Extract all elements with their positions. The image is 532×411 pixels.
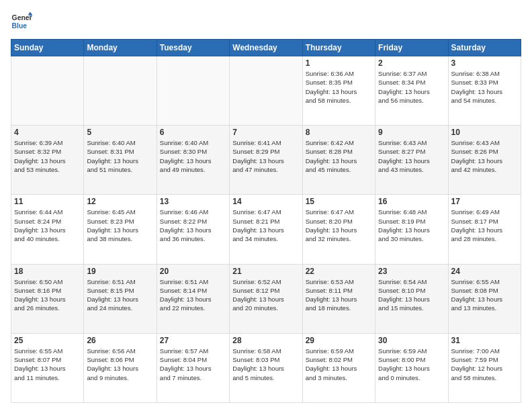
column-header-sunday: Sunday (11, 40, 84, 56)
day-number: 1 (306, 58, 372, 68)
day-info: Sunrise: 6:51 AM Sunset: 8:15 PM Dayligh… (87, 277, 153, 313)
day-info: Sunrise: 6:46 AM Sunset: 8:22 PM Dayligh… (160, 208, 226, 243)
day-info: Sunrise: 6:53 AM Sunset: 8:11 PM Dayligh… (306, 277, 372, 313)
calendar-cell: 17Sunrise: 6:49 AM Sunset: 8:17 PM Dayli… (448, 195, 521, 264)
calendar-cell: 16Sunrise: 6:48 AM Sunset: 8:19 PM Dayli… (375, 195, 448, 264)
calendar-cell: 5Sunrise: 6:40 AM Sunset: 8:31 PM Daylig… (84, 126, 157, 195)
calendar-cell (11, 56, 84, 126)
calendar-cell: 4Sunrise: 6:39 AM Sunset: 8:32 PM Daylig… (11, 126, 84, 195)
column-header-friday: Friday (375, 40, 448, 56)
calendar-cell: 2Sunrise: 6:37 AM Sunset: 8:34 PM Daylig… (375, 56, 448, 126)
header: General Blue (11, 11, 521, 32)
calendar-cell: 3Sunrise: 6:38 AM Sunset: 8:33 PM Daylig… (448, 56, 521, 126)
day-info: Sunrise: 6:43 AM Sunset: 8:27 PM Dayligh… (378, 138, 445, 174)
day-info: Sunrise: 7:00 AM Sunset: 7:59 PM Dayligh… (451, 347, 518, 382)
day-number: 29 (306, 336, 372, 345)
day-number: 19 (87, 267, 153, 276)
day-number: 8 (306, 128, 372, 137)
day-number: 11 (14, 197, 81, 206)
day-number: 25 (14, 336, 81, 345)
day-number: 9 (378, 128, 445, 137)
day-info: Sunrise: 6:47 AM Sunset: 8:20 PM Dayligh… (306, 208, 372, 243)
calendar-cell: 1Sunrise: 6:36 AM Sunset: 8:35 PM Daylig… (302, 56, 375, 126)
calendar-cell: 28Sunrise: 6:58 AM Sunset: 8:03 PM Dayli… (230, 333, 302, 402)
column-header-tuesday: Tuesday (157, 40, 229, 56)
day-info: Sunrise: 6:42 AM Sunset: 8:28 PM Dayligh… (306, 138, 372, 174)
column-header-wednesday: Wednesday (230, 40, 302, 56)
day-number: 14 (232, 197, 299, 206)
calendar-cell: 23Sunrise: 6:54 AM Sunset: 8:10 PM Dayli… (375, 264, 448, 333)
day-number: 16 (378, 197, 445, 206)
week-row-1: 1Sunrise: 6:36 AM Sunset: 8:35 PM Daylig… (11, 56, 521, 126)
day-number: 17 (451, 197, 518, 206)
day-info: Sunrise: 6:59 AM Sunset: 8:00 PM Dayligh… (378, 347, 445, 382)
day-info: Sunrise: 6:55 AM Sunset: 8:07 PM Dayligh… (14, 347, 81, 382)
day-info: Sunrise: 6:58 AM Sunset: 8:03 PM Dayligh… (232, 347, 299, 382)
calendar-cell (230, 56, 302, 126)
day-number: 5 (87, 128, 153, 137)
calendar-cell (157, 56, 229, 126)
day-number: 23 (378, 267, 445, 276)
calendar-cell: 30Sunrise: 6:59 AM Sunset: 8:00 PM Dayli… (375, 333, 448, 402)
day-info: Sunrise: 6:56 AM Sunset: 8:06 PM Dayligh… (87, 347, 153, 382)
svg-text:General: General (12, 14, 32, 21)
day-number: 22 (306, 267, 372, 276)
day-number: 13 (160, 197, 226, 206)
day-info: Sunrise: 6:43 AM Sunset: 8:26 PM Dayligh… (451, 138, 518, 174)
day-number: 6 (160, 128, 226, 137)
day-info: Sunrise: 6:54 AM Sunset: 8:10 PM Dayligh… (378, 277, 445, 313)
day-number: 26 (87, 336, 153, 345)
day-info: Sunrise: 6:39 AM Sunset: 8:32 PM Dayligh… (14, 138, 81, 174)
day-number: 30 (378, 336, 445, 345)
calendar-cell: 31Sunrise: 7:00 AM Sunset: 7:59 PM Dayli… (448, 333, 521, 402)
day-number: 27 (160, 336, 226, 345)
calendar-cell: 12Sunrise: 6:45 AM Sunset: 8:23 PM Dayli… (84, 195, 157, 264)
calendar-cell: 22Sunrise: 6:53 AM Sunset: 8:11 PM Dayli… (302, 264, 375, 333)
calendar-cell: 18Sunrise: 6:50 AM Sunset: 8:16 PM Dayli… (11, 264, 84, 333)
page: General Blue SundayMondayTuesdayWednesda… (0, 0, 532, 411)
calendar-cell: 21Sunrise: 6:52 AM Sunset: 8:12 PM Dayli… (230, 264, 302, 333)
day-info: Sunrise: 6:57 AM Sunset: 8:04 PM Dayligh… (160, 347, 226, 382)
calendar-cell: 13Sunrise: 6:46 AM Sunset: 8:22 PM Dayli… (157, 195, 229, 264)
calendar-cell (84, 56, 157, 126)
day-info: Sunrise: 6:51 AM Sunset: 8:14 PM Dayligh… (160, 277, 226, 313)
logo-icon: General Blue (11, 11, 32, 32)
day-number: 12 (87, 197, 153, 206)
calendar-cell: 7Sunrise: 6:41 AM Sunset: 8:29 PM Daylig… (230, 126, 302, 195)
day-info: Sunrise: 6:59 AM Sunset: 8:02 PM Dayligh… (306, 347, 372, 382)
calendar-cell: 27Sunrise: 6:57 AM Sunset: 8:04 PM Dayli… (157, 333, 229, 402)
calendar-cell: 8Sunrise: 6:42 AM Sunset: 8:28 PM Daylig… (302, 126, 375, 195)
day-info: Sunrise: 6:55 AM Sunset: 8:08 PM Dayligh… (451, 277, 518, 313)
day-info: Sunrise: 6:50 AM Sunset: 8:16 PM Dayligh… (14, 277, 81, 313)
column-header-thursday: Thursday (302, 40, 375, 56)
calendar-cell: 10Sunrise: 6:43 AM Sunset: 8:26 PM Dayli… (448, 126, 521, 195)
calendar-cell: 25Sunrise: 6:55 AM Sunset: 8:07 PM Dayli… (11, 333, 84, 402)
calendar-cell: 15Sunrise: 6:47 AM Sunset: 8:20 PM Dayli… (302, 195, 375, 264)
day-number: 15 (306, 197, 372, 206)
day-info: Sunrise: 6:48 AM Sunset: 8:19 PM Dayligh… (378, 208, 445, 243)
day-info: Sunrise: 6:52 AM Sunset: 8:12 PM Dayligh… (232, 277, 299, 313)
day-info: Sunrise: 6:40 AM Sunset: 8:30 PM Dayligh… (160, 138, 226, 174)
day-number: 31 (451, 336, 518, 345)
header-row: SundayMondayTuesdayWednesdayThursdayFrid… (11, 40, 521, 56)
calendar-cell: 14Sunrise: 6:47 AM Sunset: 8:21 PM Dayli… (230, 195, 302, 264)
day-number: 3 (451, 58, 518, 68)
day-number: 20 (160, 267, 226, 276)
day-number: 24 (451, 267, 518, 276)
day-number: 2 (378, 58, 445, 68)
week-row-2: 4Sunrise: 6:39 AM Sunset: 8:32 PM Daylig… (11, 126, 521, 195)
day-info: Sunrise: 6:41 AM Sunset: 8:29 PM Dayligh… (232, 138, 299, 174)
calendar-cell: 26Sunrise: 6:56 AM Sunset: 8:06 PM Dayli… (84, 333, 157, 402)
column-header-monday: Monday (84, 40, 157, 56)
day-info: Sunrise: 6:49 AM Sunset: 8:17 PM Dayligh… (451, 208, 518, 243)
week-row-5: 25Sunrise: 6:55 AM Sunset: 8:07 PM Dayli… (11, 333, 521, 402)
day-info: Sunrise: 6:36 AM Sunset: 8:35 PM Dayligh… (306, 69, 372, 105)
calendar-cell: 20Sunrise: 6:51 AM Sunset: 8:14 PM Dayli… (157, 264, 229, 333)
day-number: 10 (451, 128, 518, 137)
day-info: Sunrise: 6:38 AM Sunset: 8:33 PM Dayligh… (451, 69, 518, 105)
week-row-4: 18Sunrise: 6:50 AM Sunset: 8:16 PM Dayli… (11, 264, 521, 333)
day-number: 21 (232, 267, 299, 276)
calendar-cell: 11Sunrise: 6:44 AM Sunset: 8:24 PM Dayli… (11, 195, 84, 264)
day-info: Sunrise: 6:44 AM Sunset: 8:24 PM Dayligh… (14, 208, 81, 243)
calendar-cell: 29Sunrise: 6:59 AM Sunset: 8:02 PM Dayli… (302, 333, 375, 402)
